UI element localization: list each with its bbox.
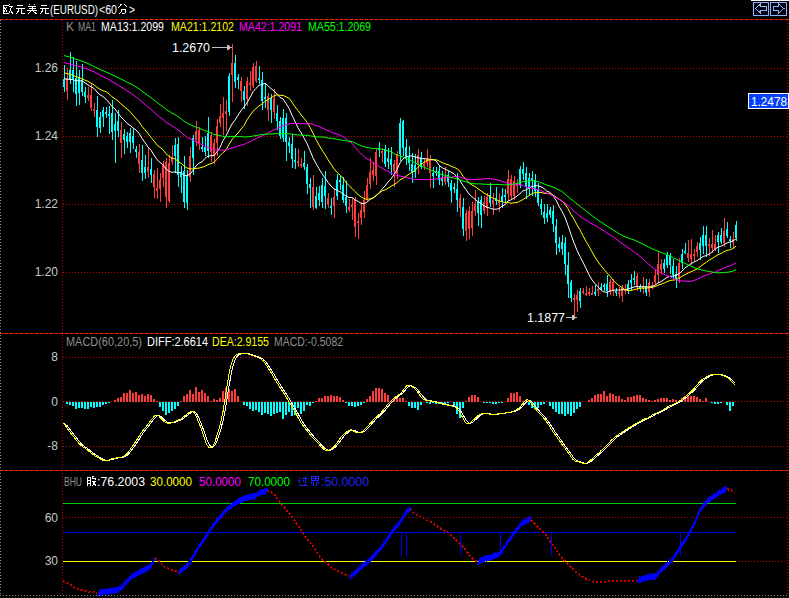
svg-text:60: 60 (45, 511, 59, 525)
svg-text:1.26: 1.26 (35, 61, 59, 75)
svg-text:MA21:1.2102: MA21:1.2102 (171, 20, 234, 34)
svg-text:MA42:1.2091: MA42:1.2091 (239, 20, 302, 34)
svg-text:1.1877: 1.1877 (527, 311, 565, 325)
svg-text:(EURUSD): (EURUSD) (50, 3, 98, 17)
svg-text:30: 30 (45, 554, 59, 568)
svg-text:MACD(60,20,5): MACD(60,20,5) (66, 335, 142, 349)
svg-text:1.2478: 1.2478 (751, 95, 787, 109)
svg-text:MA55:1.2069: MA55:1.2069 (308, 20, 371, 34)
svg-text:-8: -8 (47, 439, 58, 453)
svg-text:DIFF:2.6614: DIFF:2.6614 (147, 335, 208, 349)
svg-text:K: K (66, 20, 74, 34)
svg-text:0: 0 (51, 395, 58, 409)
svg-text::76.2003: :76.2003 (97, 475, 145, 489)
svg-text:1.2670: 1.2670 (172, 41, 210, 55)
svg-text:MA1: MA1 (78, 20, 96, 34)
svg-text:DEA:2.9155: DEA:2.9155 (212, 335, 269, 349)
svg-text:30.0000: 30.0000 (150, 475, 192, 489)
svg-text:<60: <60 (99, 3, 117, 17)
svg-text:MA13:1.2099: MA13:1.2099 (101, 20, 164, 34)
svg-text:MACD:-0.5082: MACD:-0.5082 (274, 335, 343, 349)
svg-text:>: > (129, 3, 135, 17)
svg-text:1.22: 1.22 (35, 197, 59, 211)
svg-text:1.20: 1.20 (35, 265, 59, 279)
svg-text::50.0000: :50.0000 (321, 475, 369, 489)
svg-text:BHU: BHU (64, 475, 82, 489)
svg-text:50.0000: 50.0000 (199, 475, 241, 489)
svg-text:1.24: 1.24 (35, 129, 59, 143)
svg-text:8: 8 (51, 350, 58, 364)
svg-text:70.0000: 70.0000 (248, 475, 290, 489)
